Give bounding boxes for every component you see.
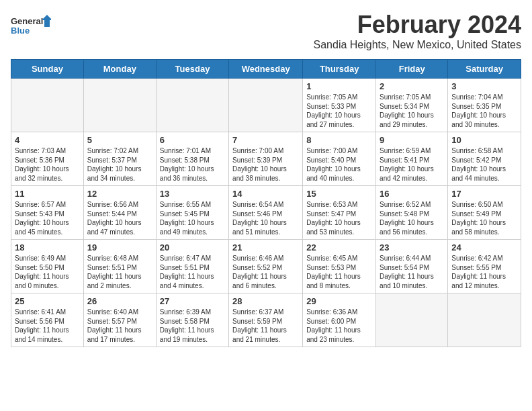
calendar-cell: 16Sunrise: 6:52 AM Sunset: 5:48 PM Dayli… [376,186,448,240]
svg-text:Blue: Blue [11,26,30,36]
calendar-cell: 27Sunrise: 6:39 AM Sunset: 5:58 PM Dayli… [156,293,228,347]
day-number: 25 [15,296,80,306]
day-info: Sunrise: 6:56 AM Sunset: 5:44 PM Dayligh… [87,200,152,236]
calendar-cell: 6Sunrise: 7:01 AM Sunset: 5:38 PM Daylig… [156,132,228,186]
day-info: Sunrise: 6:53 AM Sunset: 5:47 PM Dayligh… [306,200,372,236]
calendar-cell: 15Sunrise: 6:53 AM Sunset: 5:47 PM Dayli… [303,186,376,240]
day-number: 29 [306,296,372,306]
day-number: 18 [15,242,80,253]
day-number: 14 [232,189,299,199]
day-info: Sunrise: 6:40 AM Sunset: 5:57 PM Dayligh… [87,308,152,344]
calendar-header-row: SundayMondayTuesdayWednesdayThursdayFrid… [11,60,521,79]
day-number: 28 [232,296,299,306]
calendar-cell [83,79,156,132]
day-info: Sunrise: 7:04 AM Sunset: 5:35 PM Dayligh… [451,93,517,129]
day-info: Sunrise: 7:05 AM Sunset: 5:34 PM Dayligh… [380,93,444,129]
day-header-thursday: Thursday [303,60,376,79]
day-header-friday: Friday [376,60,448,79]
svg-text:General: General [11,16,43,26]
logo-svg: General Blue [11,13,51,40]
calendar-cell: 7Sunrise: 7:00 AM Sunset: 5:39 PM Daylig… [229,132,303,186]
day-info: Sunrise: 7:02 AM Sunset: 5:37 PM Dayligh… [87,146,152,183]
day-number: 20 [160,242,225,253]
calendar-cell: 12Sunrise: 6:56 AM Sunset: 5:44 PM Dayli… [83,186,156,240]
calendar-cell: 5Sunrise: 7:02 AM Sunset: 5:37 PM Daylig… [83,132,156,186]
day-number: 5 [87,135,152,145]
day-info: Sunrise: 6:41 AM Sunset: 5:56 PM Dayligh… [15,308,80,344]
day-info: Sunrise: 6:45 AM Sunset: 5:53 PM Dayligh… [306,254,372,290]
calendar-cell: 20Sunrise: 6:47 AM Sunset: 5:51 PM Dayli… [156,240,228,293]
day-info: Sunrise: 6:58 AM Sunset: 5:42 PM Dayligh… [451,146,517,183]
day-number: 15 [306,189,372,199]
calendar-cell: 4Sunrise: 7:03 AM Sunset: 5:36 PM Daylig… [11,132,84,186]
calendar-cell: 22Sunrise: 6:45 AM Sunset: 5:53 PM Dayli… [303,240,376,293]
day-header-saturday: Saturday [448,60,521,79]
day-info: Sunrise: 7:03 AM Sunset: 5:36 PM Dayligh… [15,146,80,183]
calendar-cell: 26Sunrise: 6:40 AM Sunset: 5:57 PM Dayli… [83,293,156,347]
day-number: 3 [451,81,517,91]
calendar-cell: 11Sunrise: 6:57 AM Sunset: 5:43 PM Dayli… [11,186,84,240]
day-info: Sunrise: 6:59 AM Sunset: 5:41 PM Dayligh… [380,146,444,183]
calendar-cell: 17Sunrise: 6:50 AM Sunset: 5:49 PM Dayli… [448,186,521,240]
day-header-monday: Monday [83,60,156,79]
calendar-cell: 10Sunrise: 6:58 AM Sunset: 5:42 PM Dayli… [448,132,521,186]
day-number: 9 [380,135,444,145]
calendar-cell: 14Sunrise: 6:54 AM Sunset: 5:46 PM Dayli… [229,186,303,240]
day-info: Sunrise: 6:39 AM Sunset: 5:58 PM Dayligh… [160,308,225,344]
calendar-header: February 2024 Sandia Heights, New Mexico… [314,11,521,51]
day-number: 24 [451,242,517,253]
day-info: Sunrise: 6:48 AM Sunset: 5:51 PM Dayligh… [87,254,152,290]
calendar-cell: 24Sunrise: 6:42 AM Sunset: 5:55 PM Dayli… [448,240,521,293]
day-number: 27 [160,296,225,306]
page-header: General Blue February 2024 Sandia Height… [11,11,521,54]
calendar-week-1: 1Sunrise: 7:05 AM Sunset: 5:33 PM Daylig… [11,79,521,132]
calendar-table: SundayMondayTuesdayWednesdayThursdayFrid… [11,59,521,347]
day-number: 21 [232,242,299,253]
day-number: 13 [160,189,225,199]
calendar-cell [156,79,228,132]
day-number: 17 [451,189,517,199]
day-number: 23 [380,242,444,253]
day-number: 1 [306,81,372,91]
calendar-cell [229,79,303,132]
day-header-sunday: Sunday [11,60,84,79]
day-info: Sunrise: 6:55 AM Sunset: 5:45 PM Dayligh… [160,200,225,236]
day-info: Sunrise: 6:47 AM Sunset: 5:51 PM Dayligh… [160,254,225,290]
day-number: 8 [306,135,372,145]
day-header-tuesday: Tuesday [156,60,228,79]
calendar-subtitle: Sandia Heights, New Mexico, United State… [314,39,521,51]
day-info: Sunrise: 6:36 AM Sunset: 6:00 PM Dayligh… [306,308,372,344]
calendar-title: February 2024 [314,11,521,39]
day-info: Sunrise: 6:37 AM Sunset: 5:59 PM Dayligh… [232,308,299,344]
calendar-week-5: 25Sunrise: 6:41 AM Sunset: 5:56 PM Dayli… [11,293,521,347]
day-number: 7 [232,135,299,145]
calendar-cell [448,293,521,347]
calendar-cell: 29Sunrise: 6:36 AM Sunset: 6:00 PM Dayli… [303,293,376,347]
day-info: Sunrise: 6:52 AM Sunset: 5:48 PM Dayligh… [380,200,444,236]
day-info: Sunrise: 7:05 AM Sunset: 5:33 PM Dayligh… [306,93,372,129]
calendar-cell: 23Sunrise: 6:44 AM Sunset: 5:54 PM Dayli… [376,240,448,293]
logo: General Blue [11,13,51,40]
calendar-cell: 9Sunrise: 6:59 AM Sunset: 5:41 PM Daylig… [376,132,448,186]
calendar-week-3: 11Sunrise: 6:57 AM Sunset: 5:43 PM Dayli… [11,186,521,240]
day-number: 2 [380,81,444,91]
calendar-cell [376,293,448,347]
day-number: 11 [15,189,80,199]
day-number: 10 [451,135,517,145]
calendar-cell [11,79,84,132]
day-info: Sunrise: 7:01 AM Sunset: 5:38 PM Dayligh… [160,146,225,183]
calendar-cell: 13Sunrise: 6:55 AM Sunset: 5:45 PM Dayli… [156,186,228,240]
day-number: 4 [15,135,80,145]
calendar-cell: 1Sunrise: 7:05 AM Sunset: 5:33 PM Daylig… [303,79,376,132]
day-info: Sunrise: 7:00 AM Sunset: 5:40 PM Dayligh… [306,146,372,183]
day-info: Sunrise: 6:50 AM Sunset: 5:49 PM Dayligh… [451,200,517,236]
day-header-wednesday: Wednesday [229,60,303,79]
calendar-week-4: 18Sunrise: 6:49 AM Sunset: 5:50 PM Dayli… [11,240,521,293]
calendar-cell: 25Sunrise: 6:41 AM Sunset: 5:56 PM Dayli… [11,293,84,347]
day-info: Sunrise: 6:54 AM Sunset: 5:46 PM Dayligh… [232,200,299,236]
calendar-cell: 3Sunrise: 7:04 AM Sunset: 5:35 PM Daylig… [448,79,521,132]
day-info: Sunrise: 6:46 AM Sunset: 5:52 PM Dayligh… [232,254,299,290]
day-number: 26 [87,296,152,306]
day-info: Sunrise: 6:42 AM Sunset: 5:55 PM Dayligh… [451,254,517,290]
calendar-cell: 2Sunrise: 7:05 AM Sunset: 5:34 PM Daylig… [376,79,448,132]
